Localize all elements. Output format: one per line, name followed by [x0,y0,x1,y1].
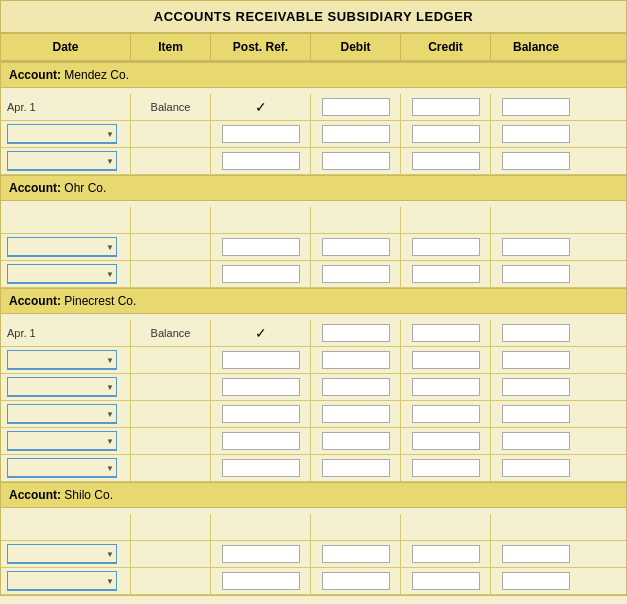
postref-cell: ✓ [211,94,311,120]
debit-input[interactable] [322,265,390,283]
date-cell [1,455,131,481]
debit-input[interactable] [322,378,390,396]
balance-input[interactable] [502,378,570,396]
credit-input[interactable] [412,432,480,450]
date-select[interactable] [7,431,117,451]
balance-input[interactable] [502,351,570,369]
postref-input[interactable] [222,545,300,563]
debit-input[interactable] [322,152,390,170]
balance-cell [491,148,581,174]
debit-input[interactable] [322,405,390,423]
debit-cell [311,568,401,594]
balance-input[interactable] [502,405,570,423]
debit-input[interactable] [322,351,390,369]
credit-input[interactable] [412,324,480,342]
debit-cell [311,514,401,540]
postref-cell [211,261,311,287]
credit-input[interactable] [412,351,480,369]
date-cell [1,261,131,287]
item-cell [131,148,211,174]
date-select[interactable] [7,404,117,424]
debit-cell [311,207,401,233]
table-row [1,401,626,428]
postref-input[interactable] [222,405,300,423]
date-select[interactable] [7,571,117,591]
postref-input[interactable] [222,459,300,477]
header-date: Date [1,34,131,60]
date-select-wrap [7,571,117,591]
debit-input[interactable] [322,125,390,143]
debit-input[interactable] [322,572,390,590]
header-credit: Credit [401,34,491,60]
credit-input[interactable] [412,545,480,563]
balance-cell [491,374,581,400]
credit-input[interactable] [412,265,480,283]
postref-cell [211,514,311,540]
credit-cell [401,568,491,594]
balance-input[interactable] [502,324,570,342]
balance-cell [491,568,581,594]
balance-input[interactable] [502,265,570,283]
credit-cell [401,347,491,373]
date-select[interactable] [7,377,117,397]
postref-cell [211,568,311,594]
postref-input[interactable] [222,351,300,369]
credit-input[interactable] [412,572,480,590]
credit-cell [401,374,491,400]
credit-input[interactable] [412,378,480,396]
postref-input[interactable] [222,238,300,256]
debit-cell [311,428,401,454]
credit-input[interactable] [412,98,480,116]
credit-input[interactable] [412,238,480,256]
table-row [1,428,626,455]
balance-input[interactable] [502,432,570,450]
postref-input[interactable] [222,152,300,170]
balance-input[interactable] [502,572,570,590]
balance-input[interactable] [502,98,570,116]
debit-cell [311,347,401,373]
postref-cell [211,455,311,481]
credit-input[interactable] [412,125,480,143]
header-balance: Balance [491,34,581,60]
date-select[interactable] [7,350,117,370]
date-select-wrap [7,237,117,257]
balance-cell [491,541,581,567]
postref-input[interactable] [222,432,300,450]
balance-input[interactable] [502,459,570,477]
credit-input[interactable] [412,152,480,170]
date-select-wrap [7,544,117,564]
balance-input[interactable] [502,125,570,143]
balance-cell [491,94,581,120]
debit-input[interactable] [322,238,390,256]
header-item: Item [131,34,211,60]
date-select[interactable] [7,124,117,144]
debit-cell [311,455,401,481]
account-header-pinecrest: Account: Pinecrest Co. [1,288,626,314]
postref-input[interactable] [222,572,300,590]
date-select[interactable] [7,544,117,564]
item-cell [131,514,211,540]
date-select[interactable] [7,151,117,171]
postref-input[interactable] [222,265,300,283]
debit-input[interactable] [322,545,390,563]
account-header-shilo: Account: Shilo Co. [1,482,626,508]
date-select[interactable] [7,458,117,478]
debit-input[interactable] [322,432,390,450]
item-cell: Balance [131,320,211,346]
balance-input[interactable] [502,545,570,563]
debit-cell [311,374,401,400]
balance-input[interactable] [502,152,570,170]
postref-input[interactable] [222,125,300,143]
postref-input[interactable] [222,378,300,396]
debit-input[interactable] [322,459,390,477]
balance-input[interactable] [502,238,570,256]
date-select[interactable] [7,237,117,257]
credit-input[interactable] [412,459,480,477]
debit-input[interactable] [322,98,390,116]
header-row: Date Item Post. Ref. Debit Credit Balanc… [1,34,626,62]
credit-cell [401,455,491,481]
debit-cell [311,234,401,260]
debit-input[interactable] [322,324,390,342]
date-select[interactable] [7,264,117,284]
credit-input[interactable] [412,405,480,423]
